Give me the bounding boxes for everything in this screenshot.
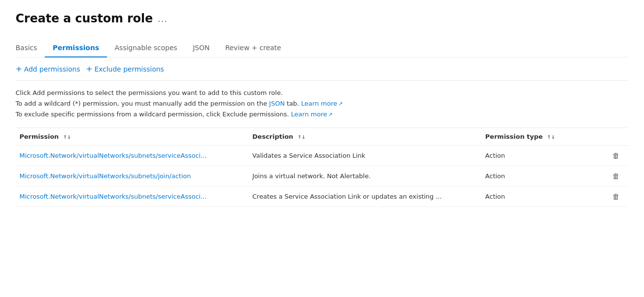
column-header-actions xyxy=(591,128,628,146)
ellipsis-menu-button[interactable]: ... xyxy=(158,14,167,24)
tab-basics[interactable]: Basics xyxy=(16,39,45,57)
sort-icon-description[interactable]: ↑↓ xyxy=(297,135,305,140)
action-cell-2: 🗑 xyxy=(591,166,628,186)
info-box: Click Add permissions to select the perm… xyxy=(16,81,628,128)
permissions-toolbar: + Add permissions + Exclude permissions xyxy=(16,57,628,81)
delete-button-1[interactable]: 🗑 xyxy=(609,150,623,161)
learn-more-link-2[interactable]: Learn more↗ xyxy=(291,111,332,118)
tab-json[interactable]: JSON xyxy=(185,39,217,57)
description-cell-1: Validates a Service Association Link xyxy=(249,146,482,166)
plus-icon-2: + xyxy=(86,64,92,74)
type-cell-2: Action xyxy=(482,166,592,186)
permission-cell-3: Microsoft.Network/virtualNetworks/subnet… xyxy=(16,186,249,207)
permission-cell-2: Microsoft.Network/virtualNetworks/subnet… xyxy=(16,166,249,186)
add-permissions-button[interactable]: + Add permissions xyxy=(16,62,86,75)
external-link-icon-2: ↗ xyxy=(328,111,332,118)
description-cell-2: Joins a virtual network. Not Alertable. xyxy=(249,166,482,186)
description-cell-3: Creates a Service Association Link or up… xyxy=(249,186,482,207)
type-cell-3: Action xyxy=(482,186,592,207)
table-row: Microsoft.Network/virtualNetworks/subnet… xyxy=(16,166,628,186)
sort-icon-permission-type[interactable]: ↑↓ xyxy=(547,135,555,140)
info-line-3: To exclude specific permissions from a w… xyxy=(16,109,628,120)
delete-button-2[interactable]: 🗑 xyxy=(609,171,623,181)
exclude-permissions-label: Exclude permissions xyxy=(94,65,164,73)
column-header-permission-type: Permission type ↑↓ xyxy=(482,128,592,146)
json-tab-link[interactable]: JSON xyxy=(269,100,285,107)
permission-cell-1: Microsoft.Network/virtualNetworks/subnet… xyxy=(16,146,249,166)
type-cell-1: Action xyxy=(482,146,592,166)
info-line-2: To add a wildcard (*) permission, you mu… xyxy=(16,98,628,109)
tab-review-create[interactable]: Review + create xyxy=(217,39,289,57)
tab-navigation: Basics Permissions Assignable scopes JSO… xyxy=(16,39,628,57)
table-row: Microsoft.Network/virtualNetworks/subnet… xyxy=(16,146,628,166)
learn-more-link-1[interactable]: Learn more↗ xyxy=(301,100,342,107)
exclude-permissions-button[interactable]: + Exclude permissions xyxy=(86,62,170,75)
tab-assignable-scopes[interactable]: Assignable scopes xyxy=(107,39,185,57)
external-link-icon-1: ↗ xyxy=(338,101,342,107)
action-cell-3: 🗑 xyxy=(591,186,628,207)
delete-button-3[interactable]: 🗑 xyxy=(609,191,623,202)
page-title: Create a custom role xyxy=(16,12,153,25)
action-cell-1: 🗑 xyxy=(591,146,628,166)
table-header-row: Permission ↑↓ Description ↑↓ Permission … xyxy=(16,128,628,146)
column-header-permission: Permission ↑↓ xyxy=(16,128,249,146)
add-permissions-label: Add permissions xyxy=(24,65,80,73)
permissions-table: Permission ↑↓ Description ↑↓ Permission … xyxy=(16,128,628,207)
tab-permissions[interactable]: Permissions xyxy=(45,39,107,57)
table-row: Microsoft.Network/virtualNetworks/subnet… xyxy=(16,186,628,207)
info-line-1: Click Add permissions to select the perm… xyxy=(16,88,628,98)
sort-icon-permission[interactable]: ↑↓ xyxy=(63,135,71,140)
column-header-description: Description ↑↓ xyxy=(249,128,482,146)
plus-icon: + xyxy=(16,64,22,74)
page-header: Create a custom role ... xyxy=(16,12,628,25)
